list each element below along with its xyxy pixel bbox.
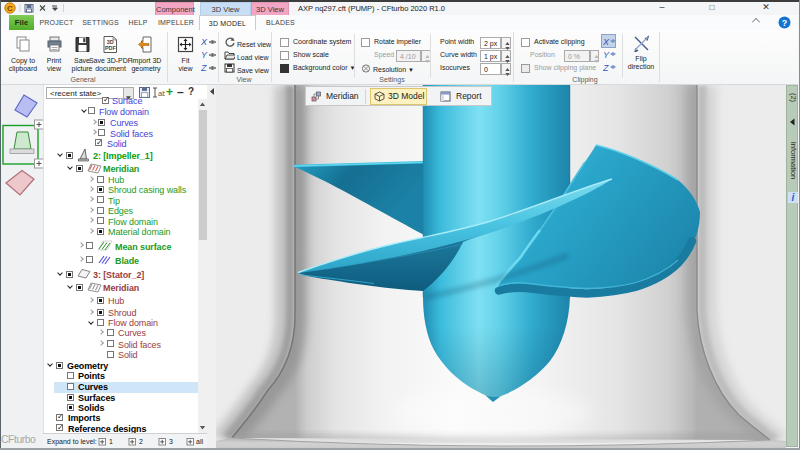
- svg-text:Y: Y: [201, 50, 208, 60]
- svg-text:X: X: [603, 37, 610, 47]
- svg-text:PDF: PDF: [105, 45, 116, 51]
- svg-text:Z: Z: [201, 63, 207, 73]
- svg-text:?: ?: [782, 18, 788, 28]
- svg-text:C: C: [7, 4, 13, 13]
- svg-text:ab: ab: [158, 89, 165, 98]
- svg-text:i: i: [792, 192, 795, 203]
- svg-text:X: X: [201, 37, 208, 47]
- svg-text:Y: Y: [603, 50, 610, 60]
- svg-text:Z: Z: [603, 63, 609, 73]
